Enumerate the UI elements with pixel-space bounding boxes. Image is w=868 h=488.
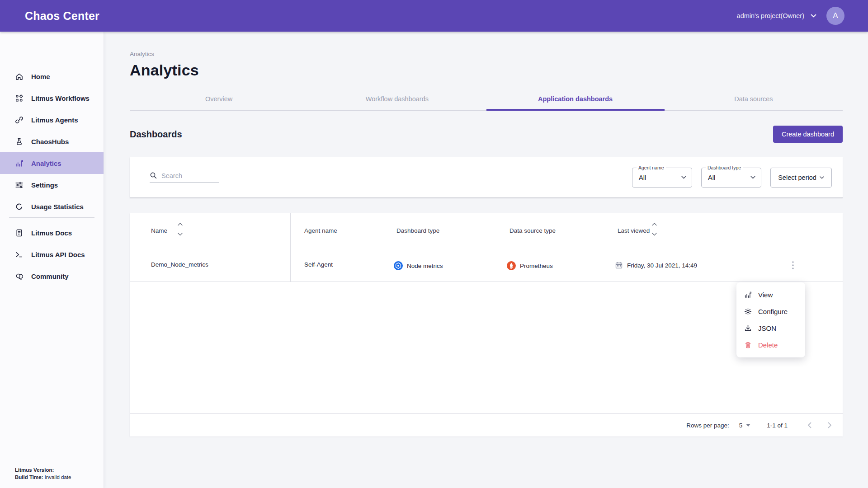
tab-bar: Overview Workflow dashboards Application… [130, 91, 843, 111]
filter-bar: Agent name All Dashboard type All Select… [130, 157, 843, 198]
sidebar-item-litmus-api-docs[interactable]: Litmus API Docs [0, 244, 104, 265]
cell-name: Demo_Node_metrics [151, 261, 208, 268]
dashboard-type-select-label: Dashboard type [706, 165, 743, 170]
section-title: Dashboards [130, 129, 182, 140]
ring-icon [15, 202, 24, 211]
view-chart-icon [744, 291, 752, 299]
row-actions-kebab-button[interactable] [788, 259, 798, 271]
menu-item-label: Configure [758, 308, 788, 315]
sidebar-item-chaoshubs[interactable]: ChaosHubs [0, 131, 104, 152]
main-content: Analytics Analytics Overview Workflow da… [104, 32, 868, 488]
sort-descending-icon [178, 233, 183, 236]
sidebar-item-label: Analytics [31, 160, 61, 167]
sidebar-item-label: Litmus Workflows [31, 94, 90, 102]
tab-data-sources[interactable]: Data sources [665, 91, 843, 110]
version-label: Litmus Version: [15, 467, 54, 473]
sidebar-item-litmus-docs[interactable]: Litmus Docs [0, 222, 104, 244]
node-metrics-icon [394, 261, 403, 270]
document-icon [15, 229, 24, 237]
menu-item-label: Delete [758, 341, 778, 349]
search-icon [150, 172, 157, 179]
sidebar-secondary-nav: Litmus Docs Litmus API Docs Community [0, 222, 104, 287]
sort-ascending-icon [652, 223, 657, 226]
agent-name-select-value: All [639, 174, 646, 181]
cell-last-viewed-label: Friday, 30 Jul 2021, 14:49 [627, 262, 697, 269]
column-header-last-viewed: Last viewed [618, 227, 650, 234]
app-title: Chaos Center [25, 9, 99, 23]
menu-item-view[interactable]: View [736, 286, 805, 303]
chevron-down-icon [811, 14, 816, 18]
flask-icon [15, 137, 24, 146]
menu-item-json[interactable]: JSON [736, 320, 805, 337]
project-selector-label: admin's project(Owner) [737, 12, 804, 19]
sidebar-item-label: Litmus Agents [31, 116, 78, 124]
sort-descending-icon [652, 233, 657, 236]
bar-chart-icon [15, 159, 24, 168]
search-input[interactable] [161, 172, 215, 179]
sidebar-divider [9, 217, 94, 218]
project-selector[interactable]: admin's project(Owner) [737, 12, 816, 19]
chevron-left-icon [807, 422, 811, 428]
sidebar-item-analytics[interactable]: Analytics [0, 152, 104, 174]
agent-name-select[interactable]: Agent name All [632, 168, 692, 188]
pagination-range: 1-1 of 1 [767, 422, 788, 429]
calendar-icon [615, 261, 623, 269]
select-period-label: Select period [778, 174, 816, 181]
menu-item-configure[interactable]: Configure [736, 303, 805, 320]
chevron-down-icon [820, 176, 824, 179]
create-dashboard-button[interactable]: Create dashboard [773, 126, 843, 143]
terminal-icon [15, 250, 24, 259]
sidebar-item-label: Litmus API Docs [31, 251, 85, 258]
chevron-right-icon [828, 422, 832, 428]
select-period-button[interactable]: Select period [770, 168, 832, 188]
workflows-icon [15, 94, 24, 103]
sidebar-item-usage-statistics[interactable]: Usage Statistics [0, 196, 104, 217]
sort-name-control[interactable] [178, 223, 183, 236]
sidebar-item-label: Home [31, 73, 50, 80]
tab-workflow-dashboards[interactable]: Workflow dashboards [308, 91, 486, 110]
rows-per-page-select[interactable]: 5 [739, 422, 751, 429]
link-icon [15, 116, 24, 124]
previous-page-button[interactable] [805, 420, 814, 430]
cell-agent-name: Self-Agent [304, 261, 333, 268]
cell-data-source-type: Prometheus [507, 261, 553, 270]
rows-per-page-label: Rows per page: [686, 422, 729, 429]
cell-last-viewed: Friday, 30 Jul 2021, 14:49 [615, 261, 697, 269]
chat-bubbles-icon [15, 272, 24, 281]
sort-last-viewed-control[interactable] [652, 223, 657, 236]
table-pagination: Rows per page: 5 1-1 of 1 [130, 413, 843, 436]
tab-application-dashboards[interactable]: Application dashboards [486, 91, 665, 110]
agent-name-select-label: Agent name [637, 165, 666, 170]
tab-overview[interactable]: Overview [130, 91, 308, 110]
chevron-down-icon [681, 176, 686, 179]
avatar-initial: A [833, 11, 838, 20]
sidebar-item-community[interactable]: Community [0, 265, 104, 287]
menu-item-delete[interactable]: Delete [736, 337, 805, 353]
cell-dashboard-type-label: Node metrics [407, 263, 443, 269]
page-title: Analytics [130, 61, 843, 79]
row-actions-menu: View Configure JSON Delete [736, 282, 805, 357]
sidebar-item-litmus-agents[interactable]: Litmus Agents [0, 109, 104, 131]
sidebar-item-litmus-workflows[interactable]: Litmus Workflows [0, 87, 104, 109]
sidebar-item-settings[interactable]: Settings [0, 174, 104, 196]
sidebar: Home Litmus Workflows Litmus Agents Chao… [0, 32, 104, 488]
column-header-agent-name: Agent name [304, 227, 337, 234]
breadcrumb: Analytics [130, 51, 843, 57]
dashboards-table: Name Agent name Dashboard type Data sour… [130, 213, 843, 436]
cell-dashboard-type: Node metrics [394, 261, 443, 270]
gear-icon [744, 308, 752, 315]
column-header-data-source-type: Data source type [509, 227, 556, 234]
trash-icon [744, 341, 752, 349]
table-row: Demo_Node_metrics Self-Agent Node metric… [130, 249, 843, 282]
sidebar-item-label: Community [31, 272, 69, 280]
prometheus-icon [507, 261, 516, 270]
sidebar-item-home[interactable]: Home [0, 66, 104, 87]
next-page-button[interactable] [825, 420, 835, 430]
sidebar-primary-nav: Home Litmus Workflows Litmus Agents Chao… [0, 66, 104, 217]
dashboard-type-select[interactable]: Dashboard type All [701, 168, 761, 188]
search-box [150, 172, 219, 183]
top-bar: Chaos Center admin's project(Owner) A [0, 0, 868, 32]
sort-ascending-icon [178, 223, 183, 226]
avatar[interactable]: A [826, 7, 844, 25]
column-header-dashboard-type: Dashboard type [396, 227, 439, 234]
